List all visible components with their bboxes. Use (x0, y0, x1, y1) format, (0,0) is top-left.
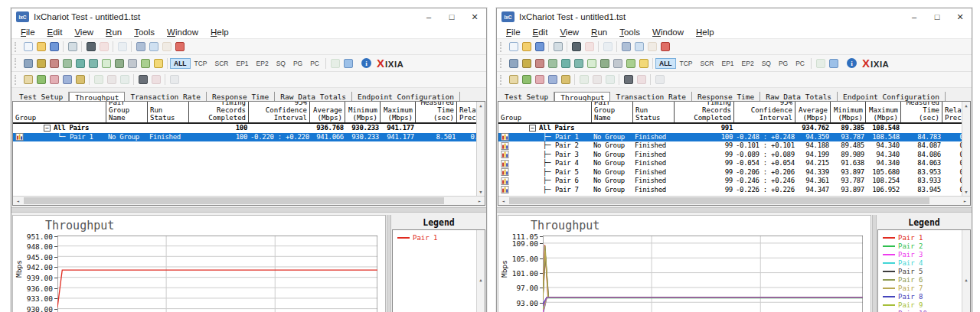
console-icon[interactable] (21, 73, 34, 86)
user-pair-icon[interactable] (47, 73, 60, 86)
add-video-multicast-icon[interactable] (572, 57, 585, 70)
menu-run[interactable]: Run (100, 28, 128, 37)
menu-window[interactable]: Window (646, 28, 690, 37)
open-icon[interactable] (520, 41, 533, 53)
pair-row[interactable]: ├─Pair 5No GroupFinished99-0.206 : +0.20… (498, 168, 971, 177)
minimize-button[interactable]: – (903, 9, 926, 25)
toolbar-grip[interactable] (500, 75, 503, 85)
set-qos-icon[interactable] (637, 57, 650, 70)
scroll-up-icon[interactable] (965, 232, 967, 312)
toolbar-grip[interactable] (15, 58, 18, 68)
column-header-time-sec[interactable]: MeasuredTime (sec) (901, 102, 942, 122)
tab-raw-data-totals[interactable]: Raw Data Totals (760, 92, 838, 101)
add-voip-multicast-icon[interactable] (74, 57, 87, 70)
add-multicast-group-icon[interactable] (60, 57, 74, 70)
legend-item-pair-5[interactable]: Pair 5 (883, 267, 962, 275)
all-pairs-row[interactable]: All Pairs100936.768930.233941.177 (13, 124, 485, 133)
scrollbar-track[interactable] (23, 197, 475, 205)
tab-endpoint-configuration[interactable]: Endpoint Configuration (352, 92, 460, 101)
pair-row[interactable]: ├─Pair 7No GroupFinished99-0.226 : +0.22… (498, 186, 971, 195)
compare-pairs-icon[interactable] (136, 73, 149, 86)
filter-ep2-button[interactable]: EP2 (253, 58, 273, 69)
replicate-pair-icon[interactable] (139, 57, 152, 70)
table-vertical-scrollbar[interactable] (476, 102, 485, 196)
tab-response-time[interactable]: Response Time (692, 92, 760, 101)
menu-file[interactable]: File (500, 28, 527, 37)
legend-item-pair-8[interactable]: Pair 8 (883, 292, 962, 301)
column-header-interval[interactable]: 95% ConfidenceInterval (734, 102, 795, 122)
column-header-run-status[interactable]: Run Status (633, 102, 675, 122)
menu-edit[interactable]: Edit (527, 28, 554, 37)
info-icon[interactable]: i (361, 58, 371, 68)
network-diagram-icon[interactable] (546, 73, 559, 86)
set-qos-icon[interactable] (152, 57, 165, 70)
collapse-icon[interactable] (529, 125, 536, 132)
compare-pairs-icon[interactable] (622, 73, 635, 86)
close-button[interactable]: ✕ (949, 9, 972, 25)
run-test-icon[interactable] (570, 41, 583, 53)
tab-raw-data-totals[interactable]: Raw Data Totals (275, 92, 352, 101)
filter-scr-button[interactable]: SCR (211, 58, 233, 69)
edit-pair-icon[interactable] (585, 57, 598, 70)
add-voip-pair-icon[interactable] (520, 57, 533, 70)
column-header-time-sec[interactable]: MeasuredTime (sec) (416, 102, 457, 122)
maximize-button[interactable]: □ (926, 9, 949, 25)
pair-row[interactable]: └─Pair 1No GroupFinished100-0.220 : +0.2… (13, 133, 485, 142)
add-voip-hardware-pair-icon[interactable] (126, 57, 139, 70)
legend-item-pair-6[interactable]: Pair 6 (883, 275, 962, 284)
column-header-mbps[interactable]: Average(Mbps) (795, 102, 831, 122)
filter-scr-button[interactable]: SCR (697, 58, 718, 69)
toolbar-grip[interactable] (15, 75, 18, 85)
scroll-left-icon[interactable] (13, 199, 23, 203)
maximize-button[interactable]: □ (440, 9, 463, 25)
column-header-interval[interactable]: 95% ConfidenceInterval (249, 102, 310, 122)
window-layout-icon[interactable] (827, 57, 840, 70)
delete-icon[interactable] (658, 41, 671, 53)
console-icon[interactable] (507, 73, 520, 86)
scrollbar-thumb[interactable] (509, 197, 929, 204)
column-header-mbps[interactable]: Minimum(Mbps) (831, 102, 866, 122)
filter-pg-button[interactable]: PG (289, 58, 306, 69)
network-diagram-icon[interactable] (60, 73, 74, 86)
collapse-icon[interactable] (44, 125, 51, 132)
menu-run[interactable]: Run (585, 28, 613, 37)
tab-response-time[interactable]: Response Time (207, 92, 275, 101)
column-header-group[interactable]: Group (13, 102, 106, 122)
filter-all-button[interactable]: ALL (170, 58, 191, 69)
horizontal-splitter[interactable] (497, 207, 972, 213)
toolbar-grip[interactable] (500, 42, 503, 52)
add-voip-pair-icon[interactable] (34, 57, 47, 70)
print-icon[interactable] (66, 41, 79, 53)
add-voip-hardware-pair-icon[interactable] (611, 57, 624, 70)
legend-item-pair-9[interactable]: Pair 9 (883, 301, 962, 309)
table-horizontal-scrollbar[interactable] (13, 196, 485, 205)
endpoint-wizard-icon[interactable] (520, 73, 533, 86)
legend-item-pair-1[interactable]: Pair 1 (883, 233, 962, 242)
vertical-splitter[interactable] (872, 215, 877, 312)
add-video-pair-icon[interactable] (47, 57, 60, 70)
column-header-name[interactable]: Pair GroupName (106, 102, 148, 122)
table-horizontal-scrollbar[interactable] (498, 196, 970, 205)
copy-icon[interactable] (147, 41, 160, 53)
legend-item-pair-10[interactable]: Pair 10 (883, 309, 962, 312)
add-video-pair-icon[interactable] (533, 57, 546, 70)
filter-pc-button[interactable]: PC (792, 58, 808, 69)
menu-view[interactable]: View (68, 28, 100, 37)
add-voip-multicast-icon[interactable] (559, 57, 572, 70)
scroll-up-icon[interactable] (479, 232, 482, 312)
print-icon[interactable] (551, 41, 564, 53)
edit-pair-icon[interactable] (100, 57, 113, 70)
menu-file[interactable]: File (15, 28, 41, 37)
tab-transaction-rate[interactable]: Transaction Rate (610, 92, 692, 101)
filter-pc-button[interactable]: PC (306, 58, 323, 69)
legend-item-pair-1[interactable]: Pair 1 (397, 233, 476, 242)
window-layout-icon[interactable] (341, 57, 354, 70)
delete-icon[interactable] (173, 41, 186, 53)
scroll-up-icon[interactable] (965, 103, 967, 108)
new-icon[interactable] (21, 41, 34, 53)
column-header-mbps[interactable]: Minimum(Mbps) (345, 102, 381, 122)
filter-ep2-button[interactable]: EP2 (738, 58, 758, 69)
scrollbar-thumb[interactable] (24, 197, 444, 204)
column-header-mbps[interactable]: Maximum(Mbps) (381, 102, 416, 122)
cut-icon[interactable] (619, 41, 632, 53)
